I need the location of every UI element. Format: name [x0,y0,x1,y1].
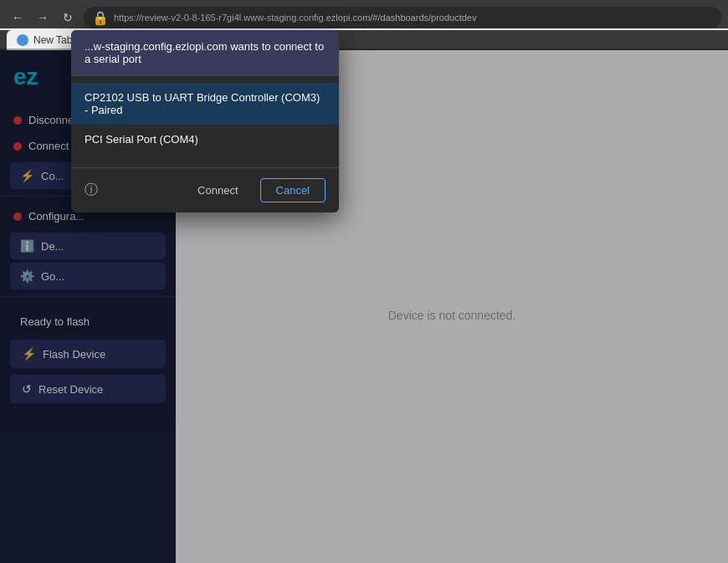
serial-port-dialog: ...w-staging.config.ezlopi.com wants to … [71,30,339,212]
cancel-dialog-button[interactable]: Cancel [260,178,326,202]
connect-dialog-button[interactable]: Connect [182,178,253,202]
secure-icon: 🔒 [92,10,109,26]
dialog-buttons: Connect Cancel [182,178,326,202]
forward-button[interactable]: → [32,7,54,28]
dialog-body: CP2102 USB to UART Bridge Controller (CO… [71,76,339,161]
port-1-label: CP2102 USB to UART Bridge Controller (CO… [85,91,320,116]
browser-toolbar: ← → ↻ 🔒 https://review-v2-0-8-165-r7gi4l… [0,0,728,28]
url-text: https://review-v2-0-8-165-r7gi4l.www-sta… [114,13,477,23]
reload-button[interactable]: ↻ [57,7,79,28]
dialog-title: ...w-staging.config.ezlopi.com wants to … [71,30,339,76]
back-button[interactable]: ← [7,7,28,28]
browser-nav-btns: ← → ↻ [7,7,79,28]
serial-port-item-1[interactable]: CP2102 USB to UART Bridge Controller (CO… [71,83,339,125]
tab-favicon [17,34,28,46]
address-bar[interactable]: 🔒 https://review-v2-0-8-165-r7gi4l.www-s… [84,7,721,28]
dialog-footer: ⓘ Connect Cancel [71,167,339,212]
port-2-label: PCI Serial Port (COM4) [85,133,198,146]
serial-port-item-2[interactable]: PCI Serial Port (COM4) [71,125,339,154]
tab-label: New Tab [33,34,72,46]
info-icon: ⓘ [85,182,98,199]
